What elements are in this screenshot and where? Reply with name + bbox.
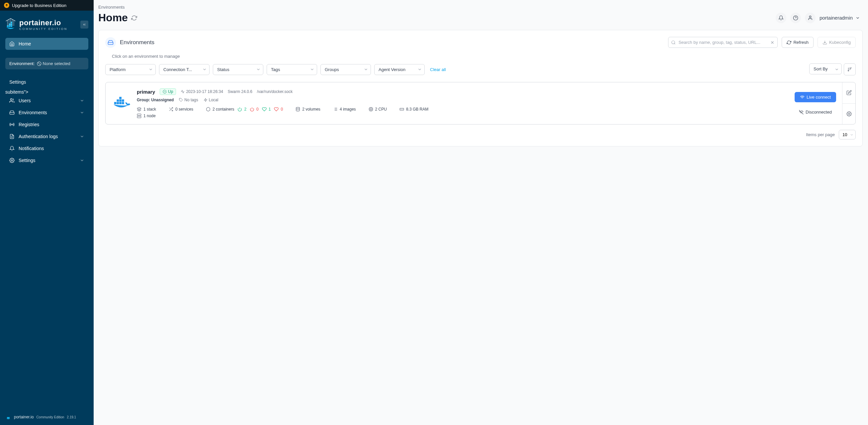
svg-point-45 <box>296 107 300 109</box>
user-menu[interactable]: portaineradmin <box>819 15 860 21</box>
wifi-icon <box>800 95 805 100</box>
clear-search-button[interactable] <box>770 40 775 45</box>
panel-icon <box>105 37 116 48</box>
nav-registries[interactable]: Registries <box>5 119 88 130</box>
live-connect-label: Live connect <box>807 95 831 100</box>
nav-users-label: Users <box>19 98 31 103</box>
kubeconfig-label: Kubeconfig <box>829 40 851 45</box>
edit-environment-button[interactable] <box>842 82 856 103</box>
svg-rect-21 <box>7 417 10 419</box>
nav-settings[interactable]: Settings <box>5 154 88 166</box>
shuffle-icon <box>169 107 173 112</box>
pager-label: Items per page <box>806 132 835 137</box>
power-icon <box>238 107 242 112</box>
svg-rect-53 <box>370 109 372 110</box>
settings-section-label: Settings <box>0 75 94 87</box>
main-content: Environments Home portaineradmin <box>94 0 868 425</box>
page-refresh-button[interactable] <box>131 15 137 21</box>
wifi-off-icon <box>799 110 804 115</box>
user-icon <box>808 15 813 21</box>
status-text: Up <box>168 89 173 94</box>
svg-point-19 <box>11 124 12 125</box>
search-input[interactable] <box>668 37 778 48</box>
notifications-button[interactable] <box>776 12 786 23</box>
filter-connection[interactable]: Connection T... <box>159 64 210 75</box>
svg-rect-31 <box>114 102 117 104</box>
nav-settings-label: Settings <box>19 158 35 163</box>
nav-home[interactable]: Home <box>5 38 88 50</box>
nav-auth-logs-label: Authentication logs <box>19 134 58 139</box>
upgrade-text: Upgrade to Business Edition <box>12 3 66 8</box>
env-locality: Local <box>209 98 218 102</box>
heart-icon <box>262 107 267 112</box>
filter-platform[interactable]: Platform <box>105 64 156 75</box>
chevron-down-icon <box>80 98 84 103</box>
env-tags: No tags <box>184 98 198 102</box>
svg-rect-33 <box>119 102 122 104</box>
env-platform: Swarm 24.0.6 <box>228 89 252 94</box>
svg-line-6 <box>6 19 11 21</box>
sort-by[interactable]: Sort By <box>809 63 842 75</box>
portainer-footer-icon <box>5 414 11 420</box>
env-label: Environment: <box>9 61 35 66</box>
env-value: None selected <box>43 61 70 66</box>
sidebar-collapse-button[interactable] <box>80 21 88 29</box>
svg-point-27 <box>672 40 675 43</box>
bell-icon <box>9 146 14 151</box>
nav-users[interactable]: Users <box>5 95 88 107</box>
panel-title: Environments <box>120 39 154 46</box>
edit-icon <box>846 90 852 95</box>
stat-unhealthy: 0 <box>281 107 283 112</box>
nav-auth-logs[interactable]: Authentication logs <box>5 130 88 143</box>
stat-volumes: 2 volumes <box>302 107 320 112</box>
chevron-down-icon <box>80 134 84 139</box>
chevron-down-icon <box>80 158 84 163</box>
help-button[interactable] <box>790 12 801 23</box>
sidebar-footer: portainer.io Community Edition 2.19.1 <box>0 409 94 425</box>
env-group-label: Group: <box>137 98 150 102</box>
stat-services: 0 services <box>175 107 193 112</box>
environment-indicator: Environment: None selected <box>5 58 88 69</box>
clear-filters-button[interactable]: Clear all <box>430 67 446 72</box>
stat-stacks: 1 stack <box>144 107 156 112</box>
sidebar: Upgrade to Business Edition portainer.io… <box>0 0 94 425</box>
env-name: primary <box>137 89 155 95</box>
live-connect-button[interactable]: Live connect <box>795 92 836 102</box>
x-icon <box>770 40 775 45</box>
environment-card-main[interactable]: primary Up 2023-10-17 18:26:34 Swarm 24.… <box>105 82 842 124</box>
logo-text: portainer.io <box>19 19 67 27</box>
filter-groups[interactable]: Groups <box>320 64 371 75</box>
svg-marker-40 <box>204 98 207 101</box>
docker-icon <box>112 96 131 111</box>
user-icon-button[interactable] <box>805 12 815 23</box>
nav-environments-label: Environments <box>19 110 47 115</box>
chevrons-left-icon <box>82 23 86 27</box>
filter-agent-label: Agent Version <box>374 64 425 75</box>
svg-rect-4 <box>11 24 12 25</box>
svg-rect-36 <box>119 99 122 101</box>
hint-text: Click on an environment to manage <box>112 54 856 59</box>
logo-row: portainer.io COMMUNITY EDITION <box>0 11 94 35</box>
footer-edition: Community Edition <box>36 415 64 419</box>
environment-settings-button[interactable] <box>842 103 856 124</box>
sort-direction-button[interactable] <box>844 63 856 75</box>
nav-environments[interactable]: Environments <box>5 107 88 119</box>
list-icon <box>333 107 338 112</box>
search-box <box>668 37 778 48</box>
slash-icon <box>37 61 41 66</box>
svg-rect-67 <box>137 114 141 116</box>
chevron-down-icon <box>856 16 860 20</box>
refresh-button[interactable]: Refresh <box>782 37 813 48</box>
upgrade-banner[interactable]: Upgrade to Business Edition <box>0 0 94 11</box>
filter-tags[interactable]: Tags <box>267 64 317 75</box>
svg-rect-38 <box>119 97 122 99</box>
items-per-page-select[interactable]: 10 <box>839 130 856 140</box>
kubeconfig-button[interactable]: Kubeconfig <box>817 37 856 48</box>
file-text-icon <box>9 134 14 139</box>
svg-point-23 <box>809 16 811 18</box>
filter-status[interactable]: Status <box>213 64 263 75</box>
cpu-icon <box>369 107 373 112</box>
filter-agent[interactable]: Agent Version <box>374 64 425 75</box>
nav-notifications[interactable]: Notifications <box>5 143 88 154</box>
heart-off-icon <box>274 107 279 112</box>
